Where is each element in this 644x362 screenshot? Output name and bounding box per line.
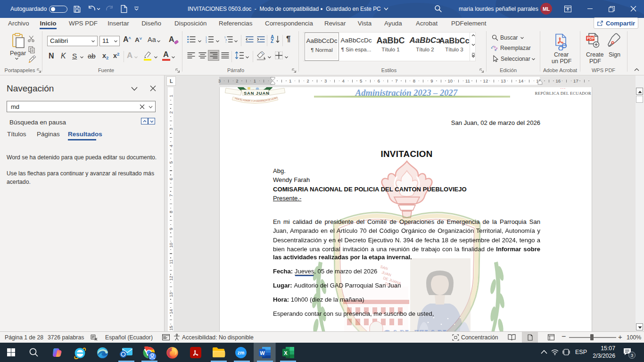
- svg-text:i: i: [226, 41, 226, 43]
- svg-text:SAN JUAN: SAN JUAN: [244, 91, 270, 96]
- svg-text:SAN JUAN: SAN JUAN: [384, 328, 447, 331]
- svg-text:W: W: [260, 350, 265, 356]
- svg-text:3: 3: [206, 41, 207, 43]
- svg-text:X: X: [284, 350, 288, 356]
- svg-text:PDF: PDF: [587, 36, 594, 41]
